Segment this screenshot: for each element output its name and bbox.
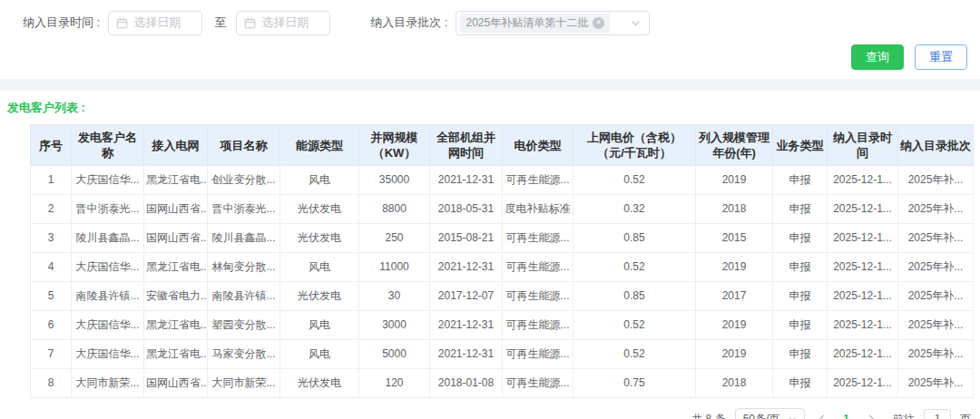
table-cell: 黑龙江省电...	[144, 166, 208, 195]
table-cell: 2019	[696, 340, 773, 369]
table-cell: 2025-12-1...	[828, 282, 898, 311]
table-row[interactable]: 1大庆国信华...黑龙江省电...创业变分散...风电350002021-12-…	[31, 166, 974, 195]
table-cell: 8	[31, 369, 72, 398]
column-header: 纳入目录时间	[828, 125, 898, 166]
table-cell: 7	[31, 340, 72, 369]
table-header-row: 序号发电客户名称接入电网项目名称能源类型并网规模（KW）全部机组并网时间电价类型…	[31, 125, 974, 166]
table-body: 1大庆国信华...黑龙江省电...创业变分散...风电350002021-12-…	[31, 166, 974, 398]
table-cell: 创业变分散...	[208, 166, 280, 195]
table-cell: 黑龙江省电...	[144, 311, 208, 340]
table-cell: 国网山西省...	[144, 224, 208, 253]
table-cell: 光伏发电	[280, 369, 359, 398]
table-cell: 2025年补...	[898, 224, 974, 253]
table-cell: 2025-12-1...	[828, 340, 898, 369]
next-page-button[interactable]	[860, 408, 878, 419]
table-cell: 光伏发电	[280, 224, 359, 253]
table-cell: 0.32	[573, 195, 696, 224]
column-header: 列入规模管理年份(年)	[696, 125, 773, 166]
table-cell: 0.52	[573, 340, 696, 369]
prev-page-button[interactable]	[814, 408, 832, 419]
table-cell: 申报	[773, 282, 828, 311]
generation-customer-table: 序号发电客户名称接入电网项目名称能源类型并网规模（KW）全部机组并网时间电价类型…	[30, 124, 974, 398]
table-cell: 2019	[696, 253, 773, 282]
column-header: 项目名称	[208, 125, 280, 166]
goto-page-input[interactable]	[924, 409, 951, 419]
column-header: 纳入目录批次	[898, 125, 974, 166]
table-cell: 林甸变分散...	[208, 253, 280, 282]
filter-row: 纳入目录时间 : 选择日期 至 选择日期 纳入目录批次 : 2025年补贴清单第…	[23, 10, 967, 35]
table-row[interactable]: 4大庆国信华...黑龙江省电...林甸变分散...风电110002021-12-…	[31, 253, 974, 282]
table-cell: 国网山西省...	[144, 369, 208, 398]
table-cell: 2021-12-31	[430, 311, 503, 340]
table-cell: 风电	[280, 311, 359, 340]
table-cell: 2017	[696, 282, 773, 311]
page-size-select[interactable]: 50条/页	[735, 408, 806, 419]
table-cell: 2018	[696, 369, 773, 398]
batch-select[interactable]: 2025年补贴清单第十二批 ×	[456, 11, 650, 35]
column-header: 电价类型	[503, 125, 573, 166]
table-cell: 2025年补...	[898, 311, 974, 340]
column-header: 并网规模（KW）	[359, 125, 430, 166]
table-cell: 6	[31, 311, 72, 340]
table-cell: 2025年补...	[898, 340, 974, 369]
start-date-input[interactable]: 选择日期	[108, 11, 202, 35]
table-cell: 申报	[773, 253, 828, 282]
table-cell: 可再生能源...	[503, 224, 573, 253]
batch-tag: 2025年补贴清单第十二批 ×	[460, 14, 610, 33]
table-cell: 可再生能源...	[503, 253, 573, 282]
end-date-placeholder: 选择日期	[261, 15, 309, 31]
table-cell: 光伏发电	[280, 195, 359, 224]
table-cell: 2021-12-31	[430, 166, 503, 195]
table-cell: 250	[359, 224, 430, 253]
table-row[interactable]: 8大同市新荣...国网山西省...大同市新荣...光伏发电1202018-01-…	[31, 369, 974, 398]
end-date-input[interactable]: 选择日期	[236, 11, 330, 35]
batch-label: 纳入目录批次 :	[370, 15, 447, 31]
table-cell: 2025年补...	[898, 166, 974, 195]
page-size-value: 50条/页	[743, 412, 780, 419]
chevron-down-icon	[788, 414, 797, 419]
table-cell: 2019	[696, 166, 773, 195]
table-cell: 2021-12-31	[430, 340, 503, 369]
table-cell: 2017-12-07	[430, 282, 503, 311]
current-page[interactable]: 1	[841, 413, 851, 419]
table-cell: 11000	[359, 253, 430, 282]
table-cell: 申报	[773, 224, 828, 253]
column-header: 业务类型	[773, 125, 828, 166]
column-header: 上网电价（含税）（元/千瓦时）	[573, 125, 696, 166]
table-cell: 可再生能源...	[503, 166, 573, 195]
table-section: 发电客户列表 : 序号发电客户名称接入电网项目名称能源类型并网规模（KW）全部机…	[0, 100, 980, 419]
table-row[interactable]: 7大庆国信华...黑龙江省电...马家变分散...风电50002021-12-3…	[31, 340, 974, 369]
query-button[interactable]: 查询	[851, 44, 904, 70]
table-cell: 申报	[773, 340, 828, 369]
table-cell: 晋中浙泰光...	[72, 195, 144, 224]
date-range-label: 纳入目录时间 :	[23, 15, 100, 31]
table-row[interactable]: 6大庆国信华...黑龙江省电...塑园变分散...风电30002021-12-3…	[31, 311, 974, 340]
table-cell: 2025-12-1...	[828, 369, 898, 398]
table-cell: 2025年补...	[898, 282, 974, 311]
table-cell: 2025-12-1...	[828, 224, 898, 253]
calendar-icon	[244, 17, 256, 29]
date-range-to-label: 至	[214, 15, 226, 31]
table-cell: 2018-01-08	[430, 369, 503, 398]
table-cell: 0.52	[573, 311, 696, 340]
table-cell: 可再生能源...	[503, 369, 573, 398]
table-cell: 2021-12-31	[430, 253, 503, 282]
column-header: 序号	[31, 125, 72, 166]
table-cell: 大庆国信华...	[72, 340, 144, 369]
reset-button[interactable]: 重置	[915, 44, 967, 70]
table-cell: 2025年补...	[898, 369, 974, 398]
table-cell: 大庆国信华...	[72, 311, 144, 340]
table-row[interactable]: 5南陵县许镇...安徽省电力...南陵县许镇...光伏发电302017-12-0…	[31, 282, 974, 311]
circle-close-icon[interactable]: ×	[593, 17, 604, 29]
goto-label: 前往	[893, 412, 915, 419]
table-cell: 3000	[359, 311, 430, 340]
table-cell: 2018-05-31	[430, 195, 503, 224]
table-cell: 0.75	[573, 369, 696, 398]
table-cell: 风电	[280, 340, 359, 369]
chevron-down-icon	[631, 18, 641, 28]
table-cell: 马家变分散...	[208, 340, 280, 369]
table-row[interactable]: 3陵川县鑫晶...国网山西省...陵川县鑫晶...光伏发电2502015-08-…	[31, 224, 974, 253]
table-cell: 2025-12-1...	[828, 195, 898, 224]
table-cell: 光伏发电	[280, 282, 359, 311]
table-row[interactable]: 2晋中浙泰光...国网山西省...晋中浙泰光...光伏发电88002018-05…	[31, 195, 974, 224]
